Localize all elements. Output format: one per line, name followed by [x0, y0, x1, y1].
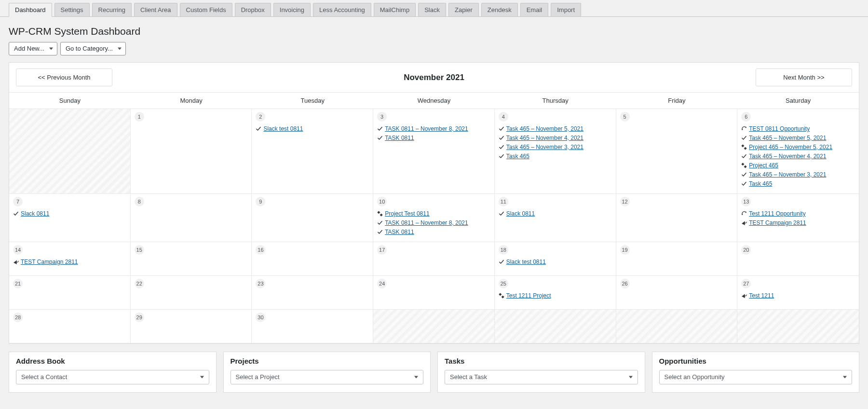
calendar-cell: 19: [616, 242, 738, 276]
event-link[interactable]: Slack 0811: [506, 209, 535, 218]
calendar-cell: 28: [9, 310, 131, 343]
day-number: 15: [135, 245, 144, 255]
panel-address-book: Address Book Select a Contact: [9, 352, 217, 393]
add-new-dropdown[interactable]: Add New...: [9, 42, 57, 55]
day-number: 28: [13, 313, 23, 322]
tab-slack[interactable]: Slack: [418, 3, 446, 16]
panel-title: Projects: [231, 357, 424, 365]
event-item: Task 465 – November 3, 2021: [741, 170, 855, 179]
tab-recurring[interactable]: Recurring: [92, 3, 132, 16]
select-contact-dropdown[interactable]: Select a Contact: [16, 370, 209, 384]
event-link[interactable]: Project Test 0811: [385, 209, 430, 218]
calendar-cell: 15: [131, 242, 252, 276]
calendar-cell: 7Slack 0811: [9, 194, 131, 242]
calendar-cell: 6TEST 0811 OpportunityTask 465 – Novembe…: [737, 109, 859, 194]
opportunity-icon: [741, 126, 747, 132]
event-link[interactable]: Task 465 – November 3, 2021: [506, 143, 583, 151]
event-link[interactable]: Task 465 – November 4, 2021: [506, 134, 583, 142]
next-month-button[interactable]: Next Month >>: [756, 68, 852, 86]
event-link[interactable]: Task 465: [749, 179, 772, 188]
event-link[interactable]: Project 465 – November 5, 2021: [749, 143, 832, 151]
day-number: 16: [256, 245, 265, 255]
events-list: Test 1211: [741, 291, 855, 300]
events-list: Slack 0811: [499, 209, 612, 218]
go-to-category-dropdown[interactable]: Go to Category...: [60, 42, 126, 55]
day-number: 20: [741, 245, 751, 255]
tab-dropbox[interactable]: Dropbox: [235, 3, 271, 16]
calendar-day-header: Monday: [131, 93, 252, 109]
calendar-header: << Previous Month November 2021 Next Mon…: [9, 63, 859, 92]
event-link[interactable]: Task 465 – November 5, 2021: [506, 124, 583, 133]
day-number: 12: [620, 197, 630, 206]
event-item: Slack test 0811: [499, 258, 612, 266]
calendar-cell: 22: [131, 276, 252, 310]
project-icon: [741, 163, 747, 168]
event-link[interactable]: TEST Campaign 2811: [21, 258, 78, 266]
calendar-grid: SundayMondayTuesdayWednesdayThursdayFrid…: [9, 92, 859, 343]
day-number: 22: [135, 279, 144, 288]
event-link[interactable]: TEST Campaign 2811: [749, 218, 806, 227]
tab-dashboard[interactable]: Dashboard: [9, 3, 52, 17]
tab-email[interactable]: Email: [520, 3, 549, 16]
event-link[interactable]: Project 465: [749, 161, 778, 170]
select-project-dropdown[interactable]: Select a Project: [231, 370, 424, 384]
calendar-cell: 16: [252, 242, 373, 276]
events-list: Test 1211 Project: [499, 291, 612, 300]
calendar-cell: 8: [131, 194, 252, 242]
events-list: TEST 0811 OpportunityTask 465 – November…: [741, 124, 855, 188]
event-link[interactable]: TASK 0811: [385, 228, 414, 236]
event-item: TEST 0811 Opportunity: [741, 124, 855, 133]
task-icon: [377, 220, 383, 226]
tab-client-area[interactable]: Client Area: [134, 3, 177, 16]
prev-month-button[interactable]: << Previous Month: [16, 68, 112, 86]
event-link[interactable]: TASK 0811 – November 8, 2021: [385, 124, 468, 133]
toolbar: Add New... Go to Category...: [0, 42, 868, 62]
calendar-cell: 26: [616, 276, 738, 310]
tab-invoicing[interactable]: Invoicing: [273, 3, 311, 16]
events-list: Test 1211 OpportunityTEST Campaign 2811: [741, 209, 855, 227]
event-item: TASK 0811: [377, 228, 490, 236]
tab-mailchimp[interactable]: MailChimp: [374, 3, 416, 16]
tab-import[interactable]: Import: [551, 3, 581, 16]
tab-settings[interactable]: Settings: [54, 3, 90, 16]
task-icon: [377, 229, 383, 235]
events-list: TASK 0811 – November 8, 2021TASK 0811: [377, 124, 490, 142]
campaign-icon: [741, 220, 747, 226]
event-link[interactable]: TEST 0811 Opportunity: [749, 124, 810, 133]
event-link[interactable]: Slack 0811: [21, 209, 49, 218]
day-number: 10: [377, 197, 387, 206]
event-link[interactable]: Task 465: [506, 152, 529, 161]
calendar-cell: 23: [252, 276, 373, 310]
event-link[interactable]: Test 1211 Project: [506, 291, 551, 300]
calendar-cell: 4Task 465 – November 5, 2021Task 465 – N…: [495, 109, 616, 194]
tab-custom-fields[interactable]: Custom Fields: [180, 3, 232, 16]
event-link[interactable]: Slack test 0811: [263, 124, 303, 133]
project-icon: [499, 293, 504, 299]
event-link[interactable]: Slack test 0811: [506, 258, 546, 266]
project-icon: [377, 211, 383, 217]
task-icon: [499, 211, 504, 217]
tab-less-accounting[interactable]: Less Accounting: [313, 3, 371, 16]
event-link[interactable]: TASK 0811: [385, 134, 414, 142]
select-task-dropdown[interactable]: Select a Task: [445, 370, 638, 384]
calendar-cell: [9, 109, 131, 194]
select-opportunity-dropdown[interactable]: Select an Opportunity: [659, 370, 853, 384]
opportunity-icon: [741, 211, 747, 217]
task-icon: [499, 135, 504, 141]
tab-zendesk[interactable]: Zendesk: [481, 3, 518, 16]
event-link[interactable]: Test 1211 Opportunity: [749, 209, 805, 218]
tab-zapier[interactable]: Zapier: [448, 3, 479, 16]
event-link[interactable]: Task 465 – November 4, 2021: [749, 152, 826, 161]
day-number: 18: [499, 245, 508, 255]
calendar-cell: 13Test 1211 OpportunityTEST Campaign 281…: [737, 194, 859, 242]
event-link[interactable]: Test 1211: [749, 291, 774, 300]
calendar-day-header: Tuesday: [252, 93, 373, 109]
event-link[interactable]: TASK 0811 – November 8, 2021: [385, 218, 468, 227]
event-link[interactable]: Task 465 – November 5, 2021: [749, 134, 826, 142]
event-link[interactable]: Task 465 – November 3, 2021: [749, 170, 826, 179]
calendar-cell: 12: [616, 194, 738, 242]
panel-title: Address Book: [16, 357, 209, 365]
calendar-cell: 21: [9, 276, 131, 310]
day-number: 5: [620, 112, 630, 122]
events-list: Slack 0811: [13, 209, 126, 218]
